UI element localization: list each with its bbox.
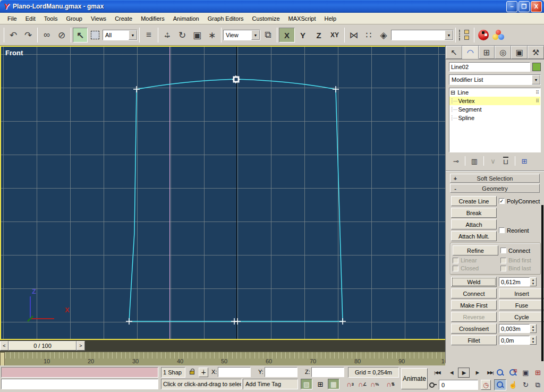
spline-path[interactable]: [129, 79, 343, 321]
pin-stack-button[interactable]: ⊸: [450, 156, 462, 166]
weld-threshold-spinner[interactable]: 0,612m ▲▼: [499, 277, 537, 286]
select-and-rotate-button[interactable]: ↻: [175, 28, 190, 42]
menu-group[interactable]: Group: [62, 14, 87, 23]
create-line-button[interactable]: Create Line: [451, 196, 497, 206]
polyconnect-checkbox[interactable]: ✓ PolyConnect: [499, 198, 540, 204]
front-viewport[interactable]: Front X Z: [0, 46, 446, 340]
material-editor-button[interactable]: [476, 28, 491, 42]
checkbox-icon[interactable]: [499, 227, 505, 233]
spinner-arrows-icon[interactable]: ▲▼: [530, 324, 537, 333]
next-frame-arrow[interactable]: >: [76, 341, 85, 351]
selection-lock-button[interactable]: [187, 368, 197, 377]
next-frame-button[interactable]: |▶: [472, 368, 482, 378]
connect-button[interactable]: Connect: [451, 288, 497, 299]
zoom-button[interactable]: [494, 367, 506, 378]
object-color-swatch[interactable]: [532, 63, 541, 71]
rollout-geometry[interactable]: - Geometry: [450, 184, 540, 193]
tab-modify[interactable]: ◠: [462, 46, 479, 59]
zoom-extents-button[interactable]: ▣: [520, 367, 532, 378]
stack-item-spline[interactable]: ┊···· Spline: [449, 114, 540, 122]
selection-filter-dropdown[interactable]: All ▼: [103, 30, 138, 40]
configure-modifier-sets-button[interactable]: ⊞: [518, 156, 530, 166]
snap-grid-button[interactable]: ▦: [328, 379, 339, 389]
angle-snap-toggle[interactable]: ∩∠: [356, 379, 368, 389]
named-selection-dropdown[interactable]: ▼: [391, 30, 454, 40]
menu-help[interactable]: Help: [320, 14, 341, 23]
restrict-z-button[interactable]: Z: [311, 28, 327, 42]
menu-modifiers[interactable]: Modifiers: [137, 14, 169, 23]
spinner-snap-toggle[interactable]: ∩⇅: [385, 379, 396, 389]
fuse-button[interactable]: Fuse: [499, 300, 544, 310]
absolute-offset-toggle[interactable]: ∔: [199, 368, 208, 377]
x-coordinate-field[interactable]: [218, 367, 251, 377]
mirror-button[interactable]: ⋈: [346, 28, 361, 42]
tab-create[interactable]: ↖: [446, 46, 462, 59]
undo-button[interactable]: ↶: [6, 28, 21, 42]
spinner-arrows-icon[interactable]: ▲▼: [530, 277, 537, 286]
attach-mult-button[interactable]: Attach Mult.: [451, 231, 497, 241]
expand-collapse-icon[interactable]: ⊟: [450, 89, 455, 96]
select-and-manipulate-button[interactable]: ∗: [205, 28, 219, 42]
selected-vertex-marker[interactable]: [232, 75, 240, 83]
checkbox-checked-icon[interactable]: ✓: [499, 198, 505, 204]
percent-snap-toggle[interactable]: ∩%: [369, 379, 380, 389]
crossinsert-value[interactable]: 0,003m: [499, 324, 530, 333]
animate-button[interactable]: Animate: [401, 368, 428, 389]
tab-hierarchy[interactable]: ⊞: [479, 46, 495, 59]
menu-edit[interactable]: Edit: [21, 14, 40, 23]
vertex-markers[interactable]: [126, 86, 346, 325]
rollout-soft-selection[interactable]: + Soft Selection: [450, 174, 540, 183]
restore-button[interactable]: ❐: [518, 1, 530, 12]
zoom-all-button[interactable]: ⊞: [507, 367, 519, 378]
select-object-button[interactable]: ↖: [73, 28, 88, 42]
material-navigator-button[interactable]: [491, 28, 506, 42]
time-slider[interactable]: 10 20 30 40 50 60 70 80 90 100: [0, 352, 445, 365]
edit-named-selections-button[interactable]: [457, 28, 472, 42]
menu-views[interactable]: Views: [87, 14, 110, 23]
maxscript-mini-listener-pink[interactable]: [1, 367, 158, 378]
menu-maxscript[interactable]: MAXScript: [284, 14, 320, 23]
fillet-value[interactable]: 0,0m: [499, 336, 530, 345]
min-max-toggle-button[interactable]: ⧉: [532, 379, 544, 390]
make-first-button[interactable]: Make First: [451, 300, 497, 310]
align-button[interactable]: ◈: [376, 28, 391, 42]
menu-tools[interactable]: Tools: [40, 14, 62, 23]
snaps-toggle-3d[interactable]: ∩3: [344, 379, 356, 389]
panel-scrollbar[interactable]: [541, 205, 543, 361]
unlink-selection-button[interactable]: ⊘: [54, 28, 69, 42]
time-slider-thumb[interactable]: [0, 352, 5, 365]
selection-region-button[interactable]: [88, 28, 103, 42]
tab-display[interactable]: ▣: [511, 46, 528, 59]
previous-frame-arrow[interactable]: <: [0, 341, 8, 351]
use-pivot-center-button[interactable]: ⧉: [260, 28, 275, 42]
crossinsert-spinner[interactable]: 0,003m ▲▼: [499, 324, 537, 333]
modifier-list-dropdown[interactable]: Modifier List ▼: [449, 74, 541, 85]
region-zoom-button[interactable]: [494, 379, 506, 390]
tab-motion[interactable]: ◎: [495, 46, 511, 59]
cycle-button[interactable]: Cycle: [499, 312, 544, 322]
weld-threshold-value[interactable]: 0,612m: [499, 277, 530, 286]
remove-modifier-button[interactable]: ⊔: [500, 156, 512, 166]
reference-coordinate-dropdown[interactable]: View ▼: [223, 30, 260, 40]
snap-dotted-button[interactable]: ⊞: [314, 379, 326, 389]
select-by-name-button[interactable]: ≡: [141, 28, 156, 42]
menu-animation[interactable]: Animation: [169, 14, 203, 23]
zoom-extents-all-button[interactable]: ⊞: [532, 367, 544, 378]
restrict-xy-plane-button[interactable]: XY: [327, 28, 343, 42]
pan-button[interactable]: ☝: [507, 379, 519, 390]
select-and-scale-button[interactable]: ▣: [190, 28, 205, 42]
array-button[interactable]: ∷: [361, 28, 376, 42]
arc-rotate-button[interactable]: ↻: [520, 379, 532, 390]
reorient-checkbox[interactable]: Reorient: [499, 227, 529, 234]
close-button[interactable]: X: [531, 1, 542, 12]
select-and-link-button[interactable]: ∞: [39, 28, 54, 42]
stack-item-vertex[interactable]: ┊···· Vertex ⠿: [449, 97, 540, 105]
show-end-result-button[interactable]: ▥: [469, 156, 480, 166]
checkbox-icon[interactable]: [500, 248, 506, 253]
maxscript-mini-listener-white[interactable]: [1, 379, 158, 389]
menu-customize[interactable]: Customize: [248, 14, 284, 23]
play-button[interactable]: ▶: [458, 368, 470, 378]
crossinsert-button[interactable]: CrossInsert: [451, 323, 497, 334]
connect-checkbox[interactable]: Connect: [500, 248, 530, 254]
select-and-move-button[interactable]: ↔↕: [160, 28, 175, 42]
